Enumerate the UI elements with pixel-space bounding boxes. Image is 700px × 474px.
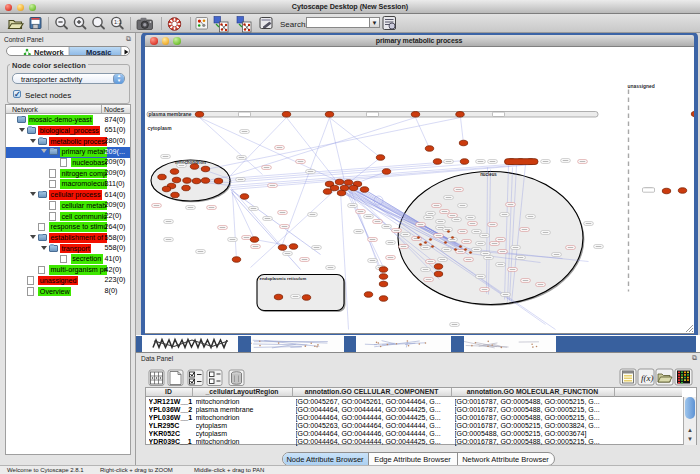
svg-text:1:1: 1:1 <box>114 19 122 25</box>
svg-text:Network: Network <box>34 48 64 56</box>
svg-text:plasma membrane: plasma membrane <box>148 112 191 117</box>
svg-text:nucleus: nucleus <box>480 172 497 177</box>
svg-text:cytoplasm: cytoplasm <box>147 126 172 131</box>
svg-text:endoplasmic reticulum: endoplasmic reticulum <box>259 276 306 281</box>
svg-text:f(x): f(x) <box>641 373 654 383</box>
svg-text:unassigned: unassigned <box>627 84 654 89</box>
svg-text:Mosaic: Mosaic <box>86 48 111 56</box>
